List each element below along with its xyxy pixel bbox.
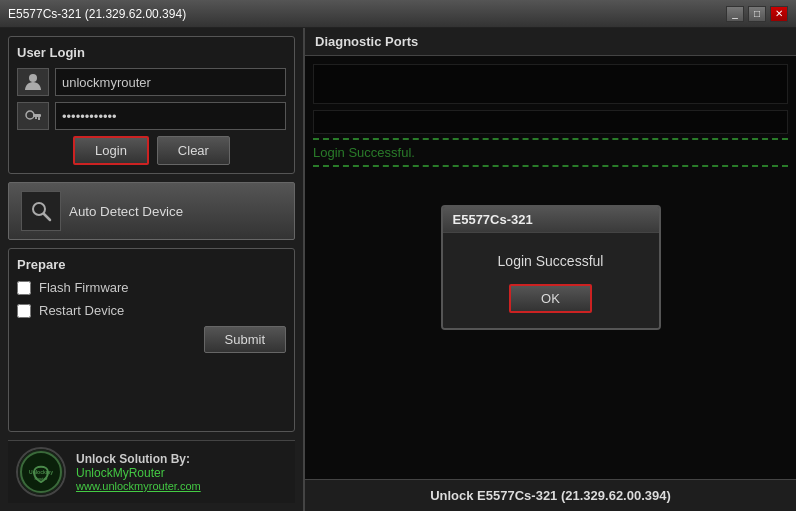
prepare-title: Prepare xyxy=(17,257,286,272)
username-row xyxy=(17,68,286,96)
maximize-button[interactable]: □ xyxy=(748,6,766,22)
ok-button[interactable]: OK xyxy=(509,284,592,313)
submit-row: Submit xyxy=(17,326,286,353)
clear-button[interactable]: Clear xyxy=(157,136,230,165)
svg-rect-2 xyxy=(33,114,41,117)
search-icon xyxy=(29,199,53,223)
left-panel: User Login xyxy=(0,28,305,511)
prepare-section: Prepare Flash Firmware Restart Device Su… xyxy=(8,248,295,432)
brand-footer: Unlockmy Router Unlock Solution By: Unlo… xyxy=(8,440,295,503)
dialog-title: E5577Cs-321 xyxy=(443,207,659,233)
auto-detect-label: Auto Detect Device xyxy=(69,204,183,219)
status-bar: Unlock E5577Cs-321 (21.329.62.00.394) xyxy=(305,479,796,511)
user-login-section: User Login xyxy=(8,36,295,174)
submit-button[interactable]: Submit xyxy=(204,326,286,353)
logo-inner: Unlockmy Router xyxy=(18,449,64,495)
svg-text:Unlockmy: Unlockmy xyxy=(29,469,53,475)
user-icon xyxy=(23,72,43,92)
brand-by-label: Unlock Solution By: xyxy=(76,452,201,466)
password-input[interactable] xyxy=(55,102,286,130)
diagnostic-ports-title: Diagnostic Ports xyxy=(305,28,796,56)
window-controls: _ □ ✕ xyxy=(726,6,788,22)
main-container: User Login xyxy=(0,28,796,511)
brand-logo: Unlockmy Router xyxy=(16,447,66,497)
brand-url[interactable]: www.unlockmyrouter.com xyxy=(76,480,201,492)
diagnostic-area: Login Successful. E5577Cs-321 Login Succ… xyxy=(305,56,796,479)
key-icon xyxy=(23,106,43,126)
right-panel: Diagnostic Ports Login Successful. E5577… xyxy=(305,28,796,511)
dialog-overlay: E5577Cs-321 Login Successful OK xyxy=(305,56,796,479)
restart-device-checkbox[interactable] xyxy=(17,304,31,318)
key-icon-container xyxy=(17,102,49,130)
svg-line-6 xyxy=(44,214,50,220)
auto-detect-button[interactable]: Auto Detect Device xyxy=(8,182,295,240)
flash-firmware-row: Flash Firmware xyxy=(17,280,286,295)
user-login-title: User Login xyxy=(17,45,286,60)
brand-text: Unlock Solution By: UnlockMyRouter www.u… xyxy=(76,452,201,492)
dialog-box: E5577Cs-321 Login Successful OK xyxy=(441,205,661,330)
restart-device-row: Restart Device xyxy=(17,303,286,318)
svg-rect-4 xyxy=(35,117,37,119)
password-row xyxy=(17,102,286,130)
svg-point-0 xyxy=(29,74,37,82)
close-button[interactable]: ✕ xyxy=(770,6,788,22)
flash-firmware-checkbox[interactable] xyxy=(17,281,31,295)
brand-name: UnlockMyRouter xyxy=(76,466,201,480)
svg-point-1 xyxy=(26,111,34,119)
login-button[interactable]: Login xyxy=(73,136,149,165)
user-icon-container xyxy=(17,68,49,96)
username-input[interactable] xyxy=(55,68,286,96)
svg-text:Router: Router xyxy=(35,476,48,481)
svg-rect-3 xyxy=(38,117,40,120)
title-bar: E5577Cs-321 (21.329.62.00.394) _ □ ✕ xyxy=(0,0,796,28)
auto-detect-icon xyxy=(21,191,61,231)
flash-firmware-label: Flash Firmware xyxy=(39,280,129,295)
dialog-message: Login Successful xyxy=(453,253,649,269)
restart-device-label: Restart Device xyxy=(39,303,124,318)
window-title: E5577Cs-321 (21.329.62.00.394) xyxy=(8,7,186,21)
minimize-button[interactable]: _ xyxy=(726,6,744,22)
dialog-body: Login Successful OK xyxy=(443,233,659,328)
login-button-row: Login Clear xyxy=(17,136,286,165)
